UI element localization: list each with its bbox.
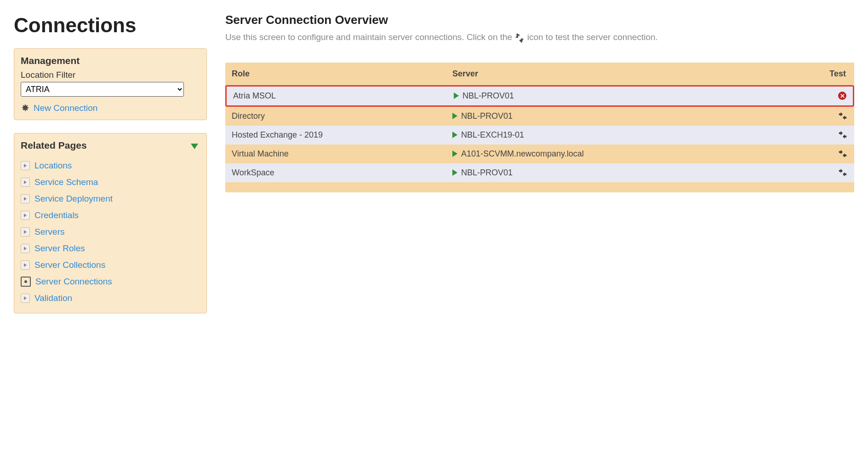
col-server-header[interactable]: Server (452, 69, 818, 79)
arrow-right-icon (21, 161, 30, 170)
arrow-right-icon (21, 244, 30, 253)
overview-desc-before: Use this screen to configure and maintai… (225, 32, 514, 42)
sidebar-item-label[interactable]: Locations (34, 161, 72, 171)
table-row[interactable]: Hosted Exchange - 2019NBL-EXCH19-01 (225, 126, 854, 145)
related-pages-panel: Related Pages LocationsService SchemaSer… (14, 133, 207, 313)
server-name: NBL-PROV01 (461, 111, 513, 121)
arrow-right-icon (21, 294, 30, 303)
sidebar-item-label[interactable]: Server Collections (34, 260, 105, 270)
table-row[interactable]: DirectoryNBL-PROV01 (225, 107, 854, 126)
server-cell: A101-SCVMM.newcompany.local (452, 149, 820, 159)
play-icon (452, 169, 457, 176)
server-name: NBL-PROV01 (461, 168, 513, 178)
server-cell: NBL-PROV01 (454, 91, 819, 101)
test-connection-icon[interactable] (838, 130, 848, 139)
col-test-header[interactable]: Test (818, 69, 849, 79)
col-role-header[interactable]: Role (231, 69, 452, 79)
sidebar-item[interactable]: Server Roles (21, 240, 200, 257)
role-cell: Directory (231, 111, 452, 121)
arrow-right-icon (21, 211, 30, 220)
collapse-icon[interactable] (191, 144, 198, 149)
sidebar-item-label[interactable]: Credentials (34, 210, 79, 220)
location-filter-select[interactable]: ATRIA (21, 82, 184, 97)
server-name: NBL-PROV01 (463, 91, 514, 101)
sidebar-item[interactable]: Servers (21, 224, 200, 240)
table-header: Role Server Test (225, 63, 854, 85)
role-cell: Virtual Machine (231, 149, 452, 159)
test-cell (820, 149, 849, 158)
overview-desc-after: icon to test the server connection. (527, 32, 658, 42)
related-pages-title: Related Pages (21, 140, 87, 151)
role-cell: Hosted Exchange - 2019 (231, 130, 452, 140)
sidebar-item[interactable]: Service Schema (21, 174, 200, 191)
management-panel: Management Location Filter ATRIA New Con… (14, 48, 207, 120)
sidebar-item-label[interactable]: Server Roles (34, 243, 85, 254)
test-connection-icon[interactable] (838, 149, 848, 158)
arrow-right-icon (21, 194, 30, 203)
test-connection-icon (514, 33, 525, 43)
sidebar-item[interactable]: Validation (21, 290, 200, 306)
overview-heading: Server Connection Overview (225, 13, 854, 27)
test-cell (820, 111, 849, 121)
test-connection-icon[interactable] (838, 111, 848, 121)
server-cell: NBL-EXCH19-01 (452, 130, 820, 140)
arrow-right-icon (21, 260, 30, 270)
page-title: Connections (14, 14, 207, 37)
current-page-icon (21, 277, 31, 287)
burst-icon (21, 104, 30, 113)
role-cell: WorkSpace (231, 168, 452, 178)
play-icon (454, 93, 459, 99)
sidebar-item[interactable]: Locations (21, 157, 200, 174)
test-cell: ✕ (819, 92, 847, 100)
server-cell: NBL-PROV01 (452, 111, 820, 121)
server-name: A101-SCVMM.newcompany.local (461, 149, 584, 159)
table-row[interactable]: Virtual MachineA101-SCVMM.newcompany.loc… (225, 145, 854, 163)
play-icon (452, 113, 457, 119)
sidebar-item[interactable]: Server Collections (21, 257, 200, 273)
sidebar-item-label[interactable]: Server Connections (35, 277, 112, 287)
test-cell (820, 130, 849, 139)
table-row[interactable]: Atria MSOLNBL-PROV01✕ (225, 85, 854, 107)
arrow-right-icon (21, 227, 30, 237)
sidebar-item-label[interactable]: Service Deployment (34, 194, 113, 204)
test-connection-icon[interactable] (838, 168, 848, 177)
play-icon (452, 132, 457, 138)
sidebar-item[interactable]: Service Deployment (21, 191, 200, 207)
connections-table: Role Server Test Atria MSOLNBL-PROV01✕Di… (225, 63, 854, 192)
arrow-right-icon (21, 178, 30, 187)
sidebar-item-label[interactable]: Validation (34, 293, 72, 303)
role-cell: Atria MSOL (232, 91, 454, 101)
location-filter-label: Location Filter (21, 70, 200, 80)
sidebar-item[interactable]: Credentials (21, 207, 200, 224)
server-cell: NBL-PROV01 (452, 168, 820, 178)
sidebar-item-label[interactable]: Service Schema (34, 177, 98, 187)
new-connection-link[interactable]: New Connection (34, 103, 97, 113)
test-cell (820, 168, 849, 177)
error-icon[interactable]: ✕ (838, 92, 846, 100)
sidebar-item-label[interactable]: Servers (34, 227, 64, 237)
table-row[interactable]: WorkSpaceNBL-PROV01 (225, 163, 854, 182)
sidebar-item[interactable]: Server Connections (21, 273, 200, 290)
server-name: NBL-EXCH19-01 (461, 130, 524, 140)
management-title: Management (21, 55, 200, 66)
overview-description: Use this screen to configure and maintai… (225, 31, 854, 44)
play-icon (452, 150, 457, 157)
